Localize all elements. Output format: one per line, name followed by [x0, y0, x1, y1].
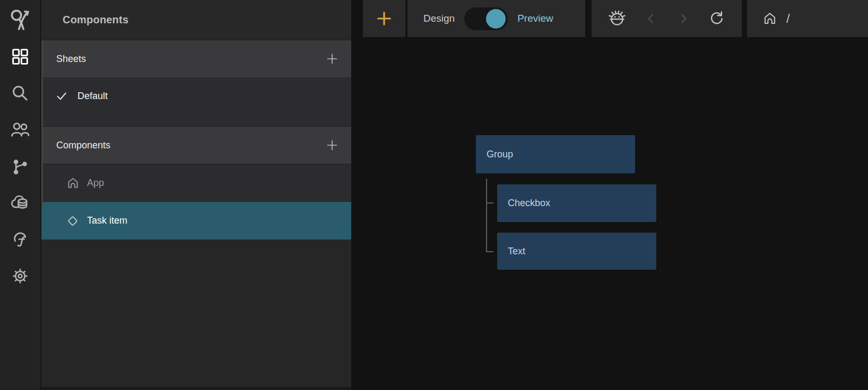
node-label: Checkbox [508, 198, 550, 209]
connector-line [486, 251, 493, 252]
sheets-list: Default [41, 77, 351, 126]
sidebar-item-cloud-services[interactable] [0, 184, 40, 221]
components-panel: Components Sheets Default Components [40, 0, 351, 390]
sidebar-item-settings[interactable] [0, 258, 40, 294]
connector-line [486, 179, 487, 252]
url-bar: / [747, 0, 868, 37]
bug-icon [607, 9, 627, 28]
node-label: Group [487, 149, 513, 160]
navigate-back-button[interactable] [643, 11, 659, 26]
chevron-left-icon [643, 11, 659, 26]
navigate-forward-button[interactable] [675, 11, 691, 26]
panel-title: Components [63, 14, 128, 26]
components-section-header: Components [41, 126, 351, 164]
gear-icon [10, 266, 30, 286]
components-section-label: Components [56, 140, 110, 151]
sidebar-item-collaboration[interactable] [0, 111, 40, 148]
sidebar-bottom-edge [41, 387, 351, 390]
check-icon [54, 90, 69, 103]
component-item-app[interactable]: App [41, 164, 351, 202]
sidebar-item-search[interactable] [0, 75, 40, 111]
sheets-section-header: Sheets [41, 40, 351, 77]
design-preview-toggle[interactable] [464, 7, 508, 30]
home-button[interactable] [762, 11, 778, 26]
component-item-label: Task item [87, 215, 127, 226]
components-list: App Task item [41, 164, 351, 240]
home-icon [762, 11, 778, 26]
toggle-knob [486, 9, 506, 29]
add-tab-button[interactable] [363, 0, 405, 37]
diamond-icon [65, 214, 81, 228]
icon-rail [0, 0, 40, 390]
add-component-button[interactable] [326, 139, 338, 152]
add-sheet-button[interactable] [326, 52, 338, 65]
node-group[interactable]: Group [476, 135, 635, 173]
logo-icon [8, 8, 32, 32]
sidebar-scrollbar[interactable] [41, 40, 43, 207]
chevron-right-icon [675, 11, 691, 26]
debug-bug-button[interactable] [607, 9, 627, 28]
sheet-item-default[interactable]: Default [41, 77, 351, 115]
plus-icon [376, 10, 393, 27]
cloud-database-icon [10, 192, 31, 214]
component-item-label: App [87, 178, 104, 189]
panel-header: Components [41, 0, 351, 40]
sidebar-item-version-control[interactable] [0, 148, 40, 184]
search-icon [11, 84, 30, 103]
connector-line [486, 202, 493, 203]
node-text[interactable]: Text [497, 233, 656, 270]
node-checkbox[interactable]: Checkbox [497, 184, 656, 222]
component-item-task-item[interactable]: Task item [41, 202, 351, 240]
reload-icon [708, 10, 726, 28]
sidebar-item-cloud-functions[interactable] [0, 221, 40, 258]
toolbar: Design Preview [351, 0, 868, 37]
plus-icon [326, 139, 338, 152]
sheets-section-label: Sheets [56, 54, 86, 65]
mode-switch-group: Design Preview [407, 0, 585, 37]
node-label: Text [508, 246, 525, 257]
sidebar-item-components[interactable] [0, 38, 40, 75]
design-mode-label[interactable]: Design [423, 13, 455, 24]
cloud-function-icon [10, 229, 30, 250]
components-grid-icon [11, 47, 30, 66]
plus-icon [326, 52, 338, 65]
preview-controls [592, 0, 742, 37]
reload-button[interactable] [708, 10, 726, 28]
noodl-logo-icon[interactable] [0, 2, 40, 38]
preview-mode-label[interactable]: Preview [517, 13, 553, 24]
people-icon [10, 120, 30, 140]
route-path[interactable]: / [786, 11, 790, 26]
sheet-item-label: Default [77, 91, 108, 102]
home-icon [65, 176, 81, 190]
git-branch-icon [11, 157, 29, 175]
